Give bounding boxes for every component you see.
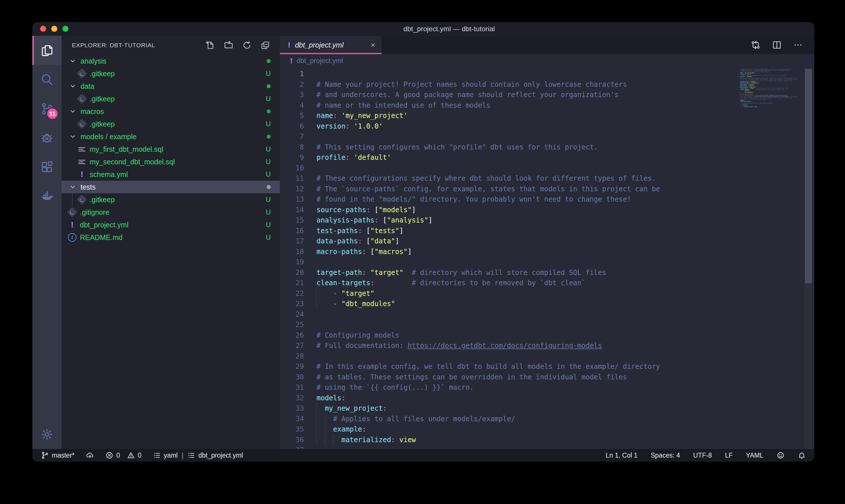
indentation[interactable]: Spaces: 4	[651, 452, 680, 459]
code-line-19: 19	[280, 257, 814, 268]
breadcrumb-file[interactable]: dbt_project.yml	[296, 57, 343, 65]
tree-item-models-example[interactable]: models / example	[61, 130, 280, 143]
tree-item-label: my_first_dbt_model.sql	[90, 145, 163, 154]
tree-item-gitkeep[interactable]: .gitkeepU	[61, 118, 280, 130]
tree-item-tests[interactable]: tests	[61, 181, 280, 193]
git-branch-status[interactable]: master*	[41, 451, 74, 459]
split-editor-icon[interactable]	[772, 40, 782, 50]
chevron-down-icon	[69, 57, 77, 65]
line-number: 30	[280, 372, 304, 382]
git-file-icon	[77, 119, 87, 129]
line-number: 18	[280, 247, 304, 257]
outline-status[interactable]: yaml | dbt_project.yml	[153, 451, 243, 459]
line-number: 15	[280, 215, 304, 226]
branch-name: master*	[52, 452, 74, 459]
explorer-icon	[40, 44, 54, 57]
sql-file-icon	[78, 159, 85, 165]
titlebar[interactable]: dbt_project.yml — dbt-tutorial	[32, 22, 814, 36]
line-number: 27	[280, 341, 304, 351]
code-line-16: 16test-paths: ["tests"]	[280, 226, 814, 236]
tree-item-readme-md[interactable]: iREADME.mdU	[61, 231, 280, 244]
activity-item-debug[interactable]	[32, 123, 61, 152]
activity-item-source-control[interactable]: 11	[32, 94, 61, 123]
git-untracked-badge: U	[266, 233, 271, 241]
line-number: 19	[280, 257, 304, 268]
code-line-15: 15analysis-paths: ["analysis"]	[280, 215, 814, 226]
cloud-upload-icon	[86, 451, 94, 459]
new-file-icon[interactable]	[205, 40, 215, 50]
chevron-down-icon	[69, 183, 77, 191]
cursor-position[interactable]: Ln 1, Col 1	[606, 452, 637, 459]
activity-item-extensions[interactable]	[32, 152, 61, 182]
line-number: 33	[280, 403, 304, 414]
tree-item-analysis[interactable]: analysis	[61, 55, 280, 67]
spaces: Spaces: 4	[651, 452, 680, 459]
encoding[interactable]: UTF-8	[693, 452, 712, 459]
activity-item-settings[interactable]	[32, 420, 61, 449]
activity-item-docker[interactable]	[32, 182, 61, 211]
tree-item-my-first-dbt-model-sql[interactable]: my_first_dbt_model.sqlU	[61, 143, 280, 156]
code-line-14: 14source-paths: ["models"]	[280, 205, 814, 215]
smiley-icon	[776, 451, 785, 459]
scrollbar-thumb[interactable]	[805, 69, 812, 283]
code-line-20: 20target-path: "target" # directory whic…	[280, 268, 814, 278]
git-untracked-badge: U	[266, 158, 271, 166]
line-number: 25	[280, 320, 304, 330]
new-folder-icon[interactable]	[224, 40, 233, 50]
code-editor[interactable]: 12# Name your project! Project names sho…	[280, 68, 814, 449]
code-line-17: 17data-paths: ["data"]	[280, 236, 814, 247]
activity-item-search[interactable]	[32, 65, 61, 94]
line-number: 13	[280, 194, 304, 205]
tree-item-label: tests	[80, 183, 96, 191]
tree-item-gitkeep[interactable]: .gitkeepU	[61, 67, 280, 80]
tree-item-schema-yml[interactable]: !schema.ymlU	[61, 168, 280, 181]
publish-changes-button[interactable]	[86, 451, 94, 459]
doc-link[interactable]: https://docs.getdbt.com/docs/configuring…	[408, 342, 602, 350]
problems-status[interactable]: 0 0	[105, 451, 142, 459]
tree-item-label: .gitkeep	[90, 95, 115, 103]
zoom-window-button[interactable]	[62, 26, 69, 32]
code-line-9: 9profile: 'default'	[280, 152, 814, 163]
git-modified-dot-badge	[267, 59, 271, 63]
feedback-button[interactable]	[776, 451, 785, 459]
language-mode[interactable]: YAML	[746, 452, 763, 459]
collapse-folders-icon[interactable]	[260, 40, 270, 50]
tree-item-gitkeep[interactable]: .gitkeepU	[61, 193, 280, 206]
breadcrumb[interactable]: ! dbt_project.yml	[280, 54, 814, 68]
tree-item-my-second-dbt-model-sql[interactable]: my_second_dbt_model.sqlU	[61, 156, 280, 168]
editor-scrollbar[interactable]	[805, 68, 812, 449]
tree-item-macros[interactable]: macros	[61, 105, 280, 118]
more-actions-icon[interactable]	[793, 40, 803, 50]
git-untracked-badge: U	[266, 170, 271, 178]
notifications-button[interactable]	[798, 451, 806, 459]
yaml-warning-icon: !	[81, 170, 83, 179]
line-number: 31	[280, 382, 304, 393]
editor-area: ! dbt_project.yml × ! dbt_project.yml 12…	[280, 36, 814, 449]
minimize-window-button[interactable]	[51, 26, 57, 32]
tree-item-label: dbt_project.yml	[80, 221, 129, 229]
open-changes-icon[interactable]	[751, 40, 760, 50]
tree-item-gitignore[interactable]: .gitignoreU	[61, 206, 280, 218]
code-line-26: 26# Configuring models	[280, 330, 814, 341]
line-number: 32	[280, 393, 304, 403]
refresh-explorer-icon[interactable]	[242, 40, 252, 50]
code-line-36: 36 materialized: view	[280, 435, 814, 445]
eol-sequence[interactable]: LF	[725, 452, 733, 459]
ln-col: Ln 1, Col 1	[606, 452, 637, 459]
activity-item-explorer[interactable]	[32, 36, 61, 65]
line-number: 8	[280, 142, 304, 152]
explorer-title: EXPLORER: DBT-TUTORIAL	[72, 42, 155, 49]
close-tab-icon[interactable]: ×	[371, 41, 375, 49]
tree-item-label: README.md	[80, 233, 123, 242]
tab-dbt-project-yml[interactable]: ! dbt_project.yml ×	[280, 36, 381, 54]
code-line-3: 3# and underscores. A good package name …	[280, 90, 814, 100]
tree-item-dbt-project-yml[interactable]: !dbt_project.ymlU	[61, 218, 280, 231]
close-window-button[interactable]	[40, 26, 46, 32]
code-line-32: 32models:	[280, 393, 814, 403]
tree-item-data[interactable]: data	[61, 80, 280, 92]
outline-icon	[153, 451, 161, 459]
code-line-33: 33 my_new_project:	[280, 403, 814, 414]
line-number: 34	[280, 414, 304, 425]
code-line-12: 12# The `source-paths` config, for examp…	[280, 184, 814, 195]
tree-item-gitkeep[interactable]: .gitkeepU	[61, 92, 280, 105]
